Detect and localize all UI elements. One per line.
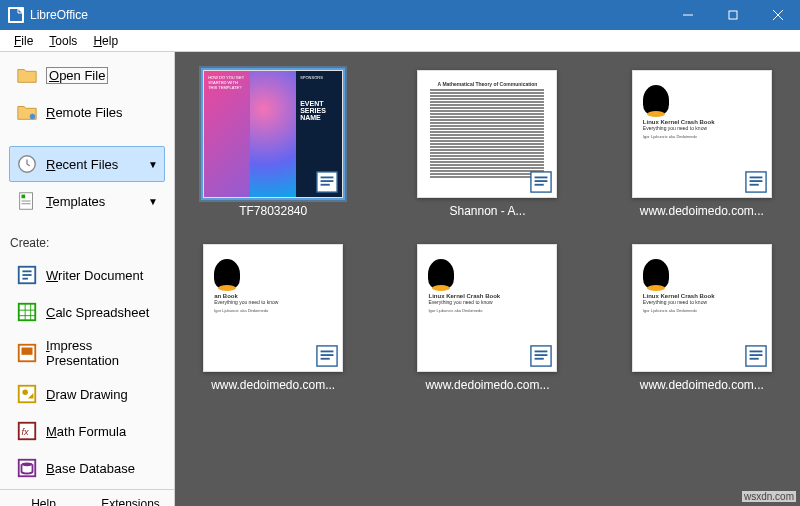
folder-open-icon	[16, 64, 38, 86]
create-base[interactable]: Base Database	[9, 450, 165, 486]
svg-rect-32	[321, 184, 330, 186]
document-thumbnail[interactable]: A Mathematical Theory of Communication	[417, 70, 557, 198]
create-section: Writer Document Calc Spreadsheet Impress…	[0, 252, 174, 489]
recent-file-item[interactable]: Linux Kernel Crash BookEverything you ne…	[618, 244, 786, 392]
document-caption: www.dedoimedo.com...	[640, 378, 764, 392]
recent-file-item[interactable]: an BookEverything you need to knowIgor L…	[189, 244, 357, 392]
svg-rect-47	[535, 354, 548, 356]
document-caption: www.dedoimedo.com...	[211, 378, 335, 392]
svg-rect-52	[749, 358, 758, 360]
sidebar-item-label: Open File	[46, 67, 108, 84]
document-caption: www.dedoimedo.com...	[640, 204, 764, 218]
menu-tools[interactable]: Tools	[41, 32, 85, 50]
maximize-button[interactable]	[710, 0, 755, 30]
svg-rect-8	[22, 195, 26, 199]
window-title: LibreOffice	[30, 8, 665, 22]
sidebar-item-label: Writer Document	[46, 268, 143, 283]
chevron-down-icon: ▼	[148, 196, 158, 207]
calc-icon	[16, 301, 38, 323]
svg-rect-2	[729, 11, 737, 19]
svg-rect-31	[321, 180, 334, 182]
recent-file-item[interactable]: A Mathematical Theory of CommunicationSh…	[403, 70, 571, 218]
minimize-button[interactable]	[665, 0, 710, 30]
sidebar-item-label: Remote Files	[46, 105, 123, 120]
document-caption: TF78032840	[239, 204, 307, 218]
sidebar-remote-files[interactable]: Remote Files	[9, 94, 165, 130]
create-calc[interactable]: Calc Spreadsheet	[9, 294, 165, 330]
document-thumbnail[interactable]: Linux Kernel Crash BookEverything you ne…	[417, 244, 557, 372]
svg-point-5	[30, 114, 36, 120]
chevron-down-icon: ▼	[148, 159, 158, 170]
sidebar-item-label: Draw Drawing	[46, 387, 128, 402]
recent-file-item[interactable]: HOW DO YOU GET STARTED WITH THIS TEMPLAT…	[189, 70, 357, 218]
svg-rect-15	[19, 304, 36, 321]
sidebar-open-file[interactable]: Open File	[9, 57, 165, 93]
writer-doc-icon	[530, 171, 552, 193]
clock-icon	[16, 153, 38, 175]
svg-point-28	[22, 463, 33, 467]
create-writer[interactable]: Writer Document	[9, 257, 165, 293]
close-button[interactable]	[755, 0, 800, 30]
recent-file-item[interactable]: Linux Kernel Crash BookEverything you ne…	[403, 244, 571, 392]
svg-rect-36	[535, 184, 544, 186]
menu-file[interactable]: File	[6, 32, 41, 50]
base-icon	[16, 457, 38, 479]
svg-rect-48	[535, 358, 544, 360]
create-header: Create:	[0, 230, 174, 252]
sidebar: Open File Remote Files Recent Files ▼ Te…	[0, 52, 175, 506]
sidebar-item-label: Templates	[46, 194, 105, 209]
svg-rect-46	[535, 351, 548, 353]
impress-icon	[16, 342, 38, 364]
svg-text:fx: fx	[22, 427, 30, 437]
create-math[interactable]: fx Math Formula	[9, 413, 165, 449]
app-icon	[8, 7, 24, 23]
sidebar-item-label: Base Database	[46, 461, 135, 476]
sidebar-item-label: Math Formula	[46, 424, 126, 439]
sidebar-templates[interactable]: Templates ▼	[9, 183, 165, 219]
folder-remote-icon	[16, 101, 38, 123]
document-caption: Shannon - A...	[449, 204, 525, 218]
create-draw[interactable]: Draw Drawing	[9, 376, 165, 412]
writer-doc-icon	[745, 345, 767, 367]
document-thumbnail[interactable]: Linux Kernel Crash BookEverything you ne…	[632, 70, 772, 198]
sidebar-bottom: Help Extensions	[0, 489, 174, 506]
sidebar-recent-files[interactable]: Recent Files ▼	[9, 146, 165, 182]
recent-files-gallery[interactable]: HOW DO YOU GET STARTED WITH THIS TEMPLAT…	[175, 52, 800, 506]
recent-file-item[interactable]: Linux Kernel Crash BookEverything you ne…	[618, 70, 786, 218]
sidebar-item-label: Recent Files	[46, 157, 118, 172]
svg-rect-38	[749, 177, 762, 179]
sidebar-item-label: Calc Spreadsheet	[46, 305, 149, 320]
menu-help[interactable]: Help	[85, 32, 126, 50]
svg-rect-43	[321, 354, 334, 356]
svg-rect-50	[749, 351, 762, 353]
svg-rect-44	[321, 358, 330, 360]
help-button[interactable]: Help	[0, 490, 87, 506]
svg-rect-30	[321, 177, 334, 179]
extensions-button[interactable]: Extensions	[87, 490, 174, 506]
writer-doc-icon	[530, 345, 552, 367]
draw-icon	[16, 383, 38, 405]
document-caption: www.dedoimedo.com...	[425, 378, 549, 392]
math-icon: fx	[16, 420, 38, 442]
svg-rect-34	[535, 177, 548, 179]
svg-rect-35	[535, 180, 548, 182]
writer-doc-icon	[316, 171, 338, 193]
menubar: File Tools Help	[0, 30, 800, 52]
writer-doc-icon	[316, 345, 338, 367]
templates-icon	[16, 190, 38, 212]
writer-icon	[16, 264, 38, 286]
watermark: wsxdn.com	[742, 491, 796, 502]
svg-rect-21	[22, 348, 33, 355]
create-impress[interactable]: Impress Presentation	[9, 331, 165, 375]
svg-rect-39	[749, 180, 762, 182]
svg-point-23	[22, 389, 28, 395]
document-thumbnail[interactable]: HOW DO YOU GET STARTED WITH THIS TEMPLAT…	[203, 70, 343, 198]
document-thumbnail[interactable]: Linux Kernel Crash BookEverything you ne…	[632, 244, 772, 372]
titlebar: LibreOffice	[0, 0, 800, 30]
svg-rect-42	[321, 351, 334, 353]
sidebar-item-label: Impress Presentation	[46, 338, 158, 368]
document-thumbnail[interactable]: an BookEverything you need to knowIgor L…	[203, 244, 343, 372]
svg-rect-40	[749, 184, 758, 186]
writer-doc-icon	[745, 171, 767, 193]
svg-rect-51	[749, 354, 762, 356]
